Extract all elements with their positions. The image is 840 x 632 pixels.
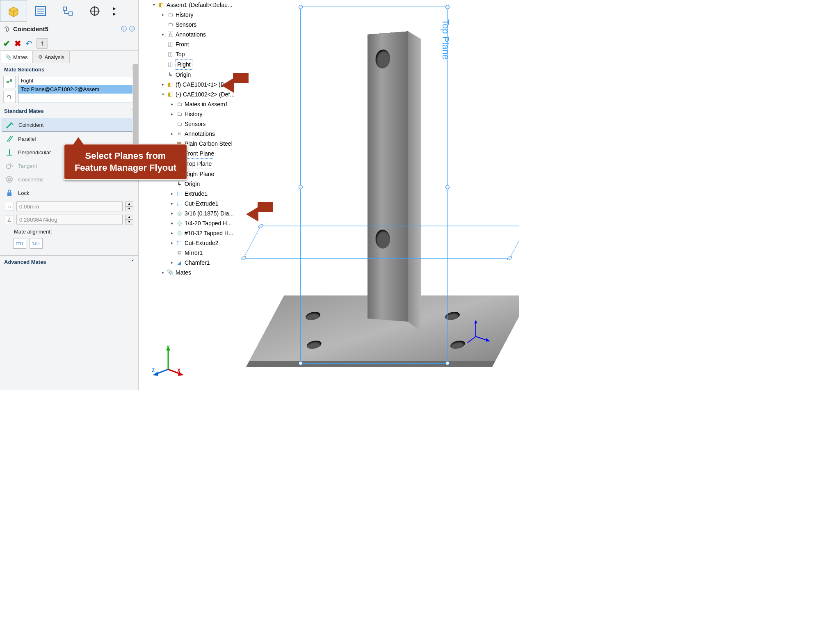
tab-property-manager[interactable] xyxy=(27,0,54,22)
plane-handle[interactable] xyxy=(445,185,450,189)
expand-icon[interactable]: ▸ xyxy=(161,268,165,277)
gear-icon: ⚙ xyxy=(38,54,43,60)
align-aligned-button[interactable] xyxy=(13,238,26,249)
reference-plane-right[interactable]: Top Plane xyxy=(300,7,448,364)
mate-coincident[interactable]: Coincident xyxy=(2,118,137,132)
help-tooltip-icon[interactable]: ⓘ xyxy=(121,25,127,33)
expand-icon[interactable]: ▸ xyxy=(170,109,174,119)
svg-point-19 xyxy=(7,165,11,169)
mate-label: Parallel xyxy=(18,136,36,142)
mate-selections-body: Right Top Plane@CAE1002-2@Assem xyxy=(0,74,138,105)
distance-spinner[interactable]: ▲ ▼ xyxy=(125,202,133,211)
mate-clip-icon xyxy=(3,25,11,33)
mate-selections-header[interactable]: Mate Selections ˄ xyxy=(0,63,138,74)
expand-icon[interactable]: ▸ xyxy=(170,208,174,218)
cube-icon xyxy=(7,5,20,17)
mate-label: Tangent xyxy=(18,163,37,169)
folder-icon: 🗀 xyxy=(167,11,174,18)
advanced-mates-header[interactable]: Advanced Mates ˅ xyxy=(0,255,138,268)
selection-item-2[interactable]: Top Plane@CAE1002-2@Assem xyxy=(18,85,135,94)
selections-listbox[interactable]: Right Top Plane@CAE1002-2@Assem xyxy=(18,76,135,103)
cancel-button[interactable]: ✖ xyxy=(14,39,21,48)
standard-mates-header[interactable]: Standard Mates ˄ xyxy=(0,105,138,116)
undo-button[interactable]: ↶ xyxy=(25,39,32,48)
angle-input[interactable] xyxy=(16,215,123,224)
angle-spinner[interactable]: ▲ ▼ xyxy=(125,215,133,224)
tab-analysis-label: Analysis xyxy=(44,54,64,60)
view-triad: Y X Z xyxy=(152,345,185,378)
aligned-icon xyxy=(16,240,24,247)
annotations-icon: 🄰 xyxy=(176,130,183,137)
graphics-view[interactable]: Top Plane xyxy=(250,0,519,390)
selection-item-1[interactable]: Right xyxy=(18,76,135,85)
expand-icon[interactable]: ▸ xyxy=(170,199,174,208)
axis-y-label: Y xyxy=(167,345,170,350)
target-icon xyxy=(89,5,101,17)
ok-button[interactable]: ✔ xyxy=(3,39,10,48)
collapse-icon[interactable]: ▾ xyxy=(161,89,165,99)
svg-marker-25 xyxy=(474,320,477,323)
spinner-up[interactable]: ▲ xyxy=(125,202,133,206)
multi-mate-button[interactable] xyxy=(3,91,16,103)
expand-icon[interactable]: ▸ xyxy=(170,99,174,109)
expand-icon[interactable]: ▸ xyxy=(170,228,174,238)
hole-icon: ◎ xyxy=(176,229,183,237)
plane-handle[interactable] xyxy=(299,5,303,9)
axis-x-label: X xyxy=(177,368,180,373)
collapse-icon[interactable]: ▾ xyxy=(152,0,156,10)
tab-configuration-manager[interactable] xyxy=(54,0,81,22)
expand-icon[interactable]: ▸ xyxy=(161,30,165,39)
tab-dimxpert[interactable] xyxy=(81,0,108,22)
plane-handle[interactable] xyxy=(299,185,303,189)
spinner-down[interactable]: ▼ xyxy=(125,206,133,211)
mate-lock[interactable]: Lock xyxy=(2,186,137,199)
expand-icon[interactable]: ▸ xyxy=(170,218,174,228)
distance-input[interactable] xyxy=(16,202,123,211)
section-label: Standard Mates xyxy=(4,108,44,114)
svg-rect-14 xyxy=(10,79,12,82)
tab-analysis[interactable]: ⚙ Analysis xyxy=(33,51,69,63)
annotations-icon: 🄰 xyxy=(167,31,174,38)
mate-label: Concentric xyxy=(18,176,43,183)
plane-handle[interactable] xyxy=(507,256,513,260)
pin-button[interactable] xyxy=(37,38,48,49)
pin-icon xyxy=(39,41,45,46)
reference-plane-top[interactable] xyxy=(243,226,519,259)
plane-handle[interactable] xyxy=(445,361,450,365)
folder-icon: 🗀 xyxy=(167,21,174,28)
entities-button[interactable] xyxy=(3,76,16,88)
scrollbar-thumb[interactable] xyxy=(133,64,138,146)
expand-icon[interactable]: ▸ xyxy=(170,238,174,248)
expand-icon[interactable]: ▸ xyxy=(161,10,165,20)
origin-triad[interactable] xyxy=(468,320,492,346)
cut-extrude-icon: ⬚ xyxy=(176,200,183,207)
align-anti-aligned-button[interactable] xyxy=(30,238,43,249)
expand-icon[interactable]: ▸ xyxy=(170,129,174,139)
tab-feature-manager[interactable] xyxy=(0,0,27,22)
svg-rect-23 xyxy=(7,192,11,196)
expand-icon[interactable]: ▸ xyxy=(170,258,174,268)
plane-handle[interactable] xyxy=(445,5,450,9)
expand-icon[interactable]: ▸ xyxy=(170,189,174,199)
help-icon[interactable]: ⓘ xyxy=(129,25,135,33)
panel-tab-bar: ▶ ▶ xyxy=(0,0,138,22)
folder-icon: 🗀 xyxy=(176,110,183,118)
svg-rect-8 xyxy=(63,7,66,10)
mate-clip-icon: 📎 xyxy=(5,54,11,60)
expand-icon[interactable]: ▸ xyxy=(161,80,165,89)
extrude-icon: ⬚ xyxy=(176,190,183,197)
svg-rect-13 xyxy=(7,81,9,83)
spinner-up[interactable]: ▲ xyxy=(125,215,133,220)
svg-point-22 xyxy=(8,178,11,181)
spinner-down[interactable]: ▼ xyxy=(125,220,133,224)
tab-overflow[interactable]: ▶ ▶ xyxy=(108,0,121,22)
distance-row: ↔ ▲ ▼ xyxy=(2,200,137,213)
mate-alignment-label: Mate alignment: xyxy=(2,226,137,237)
list-icon xyxy=(34,5,47,17)
plane-icon: ◫ xyxy=(167,61,174,68)
plane-handle[interactable] xyxy=(258,224,264,228)
svg-point-21 xyxy=(7,176,12,182)
tab-mates[interactable]: 📎 Mates xyxy=(0,51,33,63)
tree-icon xyxy=(62,5,74,17)
plane-handle[interactable] xyxy=(299,361,303,365)
